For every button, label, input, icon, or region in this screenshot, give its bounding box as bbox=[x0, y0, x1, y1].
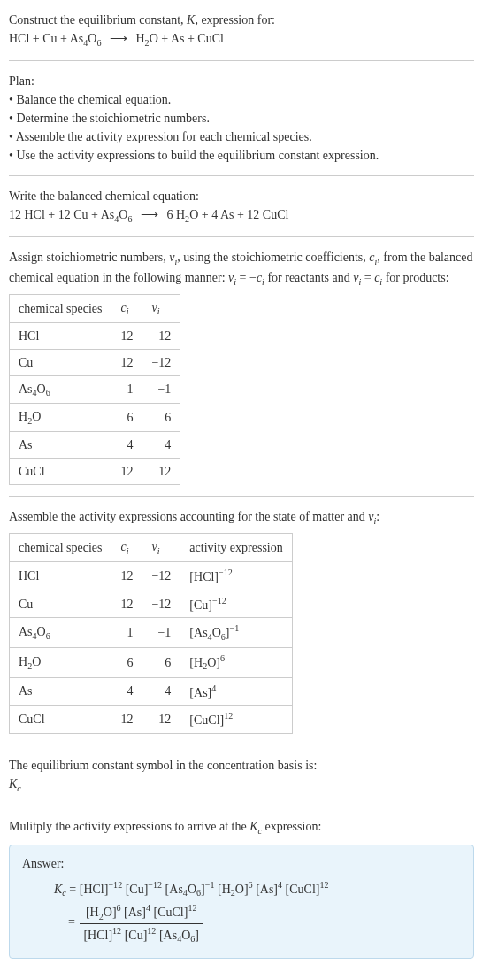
sup: 12 bbox=[319, 880, 328, 890]
sub: 2 bbox=[27, 416, 32, 426]
t: O bbox=[188, 882, 196, 895]
sup: 6 bbox=[117, 903, 121, 913]
t: [CuCl] bbox=[282, 882, 319, 895]
sub: 2 bbox=[145, 38, 150, 48]
t: O] bbox=[104, 906, 117, 919]
answer-line2: = [H2O]6 [As]4 [CuCl]12 [HCl]12 [Cu]12 [… bbox=[22, 901, 461, 945]
t: Assign stoichiometric numbers, bbox=[9, 251, 169, 264]
t: 6 H bbox=[166, 208, 185, 221]
cell: −12 bbox=[142, 349, 180, 375]
sub: 4 bbox=[33, 631, 37, 641]
numerator: [H2O]6 [As]4 [CuCl]12 bbox=[80, 901, 203, 924]
cell: As bbox=[10, 432, 111, 459]
table-header-row: chemical species ci νi activity expressi… bbox=[10, 534, 293, 562]
cell: 12 bbox=[142, 706, 180, 734]
table-row: As44 bbox=[10, 432, 180, 459]
cell: 4 bbox=[142, 432, 180, 459]
cell: CuCl bbox=[10, 459, 111, 485]
sup: 6 bbox=[220, 653, 225, 663]
i: i bbox=[126, 306, 129, 316]
sub: 4 bbox=[183, 888, 188, 898]
sup: 4 bbox=[278, 880, 282, 890]
col-nui: νi bbox=[142, 534, 180, 562]
cell: 12 bbox=[111, 349, 142, 375]
cell: −12 bbox=[142, 322, 180, 349]
t: Assemble the activity expressions accoun… bbox=[9, 510, 368, 523]
cell: [Cu]−12 bbox=[180, 590, 292, 618]
nu: ν bbox=[368, 510, 373, 523]
sup: −12 bbox=[212, 596, 226, 606]
cell: −1 bbox=[142, 618, 180, 648]
balanced-equation: 12 HCl + 12 Cu + As4O6 ⟶ 6 H2O + 4 As + … bbox=[9, 205, 474, 226]
cell: 6 bbox=[142, 648, 180, 678]
balanced-section: Write the balanced chemical equation: 12… bbox=[9, 187, 474, 226]
table-row: As4O61−1 bbox=[10, 375, 180, 404]
eq: = bbox=[66, 882, 80, 895]
cell: 4 bbox=[142, 677, 180, 706]
t: O] bbox=[207, 656, 220, 669]
table-row: HCl12−12 bbox=[10, 322, 180, 349]
cell: −12 bbox=[142, 590, 180, 618]
i: i bbox=[374, 516, 377, 526]
t: O] bbox=[235, 882, 249, 895]
t: [As] bbox=[121, 906, 146, 919]
K: K bbox=[54, 882, 62, 895]
t: Mulitply the activity expressions to arr… bbox=[9, 820, 249, 833]
sub: 2 bbox=[231, 888, 235, 898]
t: O bbox=[181, 929, 190, 942]
text: , expression for: bbox=[195, 13, 275, 27]
sub: 4 bbox=[177, 934, 181, 944]
K: K bbox=[249, 820, 257, 833]
balanced-title: Write the balanced chemical equation: bbox=[9, 187, 474, 205]
t: O bbox=[32, 410, 41, 423]
stoich-table: chemical species ci νi HCl12−12 Cu12−12 … bbox=[9, 294, 180, 486]
cell: HCl bbox=[10, 562, 111, 590]
cell: CuCl bbox=[10, 706, 111, 734]
K: K bbox=[9, 777, 17, 791]
plan-item: Determine the stoichiometric numbers. bbox=[9, 109, 474, 127]
sup: 12 bbox=[112, 926, 121, 936]
cell: HCl bbox=[10, 322, 111, 349]
denominator: [HCl]12 [Cu]12 [As4O6] bbox=[80, 924, 203, 946]
t: = − bbox=[236, 271, 257, 284]
sub: 6 bbox=[221, 632, 226, 642]
sub: 6 bbox=[127, 214, 132, 224]
multiply-section: Mulitply the activity expressions to arr… bbox=[9, 817, 474, 837]
t: [H bbox=[86, 906, 99, 919]
cell: 6 bbox=[142, 404, 180, 432]
t: , using the stoichiometric coefficients, bbox=[177, 251, 369, 264]
t: O bbox=[37, 625, 46, 638]
table-row: H2O66[H2O]6 bbox=[10, 648, 293, 678]
t: O bbox=[32, 655, 41, 668]
t: [HCl] bbox=[80, 882, 109, 895]
sub: 4 bbox=[208, 632, 212, 642]
sup: −12 bbox=[108, 880, 122, 890]
c: c bbox=[369, 251, 374, 264]
assemble-section: Assemble the activity expressions accoun… bbox=[9, 507, 474, 734]
t: [H bbox=[189, 656, 203, 669]
table-row: As4O61−1[As4O6]−1 bbox=[10, 618, 293, 648]
t: [As] bbox=[253, 882, 278, 895]
cell: 4 bbox=[111, 677, 142, 706]
sub: 4 bbox=[33, 388, 37, 397]
t: O + 4 As + 12 CuCl bbox=[189, 208, 288, 221]
sub: 4 bbox=[83, 38, 88, 48]
cell: 12 bbox=[142, 459, 180, 485]
cell: As4O6 bbox=[10, 375, 111, 404]
t: O bbox=[37, 382, 46, 396]
table-header-row: chemical species ci νi bbox=[10, 294, 180, 322]
t: for products: bbox=[382, 271, 448, 284]
i: i bbox=[234, 277, 236, 287]
eqsym-section: The equilibrium constant symbol in the c… bbox=[9, 756, 474, 795]
t: : bbox=[376, 510, 380, 523]
prompt-section: Construct the equilibrium constant, K, e… bbox=[9, 11, 474, 50]
table-row: Cu12−12 bbox=[10, 349, 180, 375]
plan-item: Balance the chemical equation. bbox=[9, 90, 474, 109]
t: H bbox=[19, 410, 27, 423]
plan-item: Use the activity expressions to build th… bbox=[9, 146, 474, 165]
i: i bbox=[380, 277, 382, 287]
eqsym-kc: Kc bbox=[9, 775, 474, 795]
c: c bbox=[17, 783, 20, 793]
K: K bbox=[187, 13, 195, 27]
sup: 4 bbox=[211, 683, 216, 693]
